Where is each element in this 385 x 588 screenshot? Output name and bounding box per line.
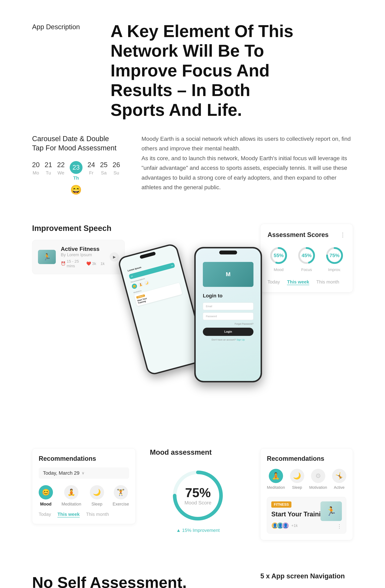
reco-meditation-item[interactable]: 🧘 Meditation: [62, 485, 81, 506]
rr-motivation[interactable]: ⚙ Motivation: [309, 469, 327, 490]
rr-motivation-icon: ⚙: [311, 469, 325, 483]
fitness-card-small: FITNESS Start Your Training 🏃 👤 👤 👤 +1k …: [267, 497, 346, 534]
assessment-header: Assessment Scores ⋮: [268, 231, 346, 239]
reco-left-title: Recommendations: [39, 455, 129, 462]
bottom-widgets-section: Recommendations Today, March 29 ∨ 😊 Mood…: [0, 434, 385, 554]
rr-sleep-icon: 🌙: [290, 469, 304, 483]
fitness-meta: ⏰ 15 - 25 mins ❤️ 3k 1k: [61, 259, 105, 268]
rr-active[interactable]: 🤸 Active: [332, 469, 346, 490]
mood-gauge: 75% Mood Score: [169, 467, 226, 524]
reco-right-icons: 🧘 Meditation 🌙 Sleep ⚙ Motivation 🤸 Acti…: [267, 469, 346, 490]
tab-today[interactable]: Today: [268, 279, 280, 285]
header-left: App Description: [32, 21, 89, 120]
rr-sleep[interactable]: 🌙 Sleep: [290, 469, 304, 490]
carousel-widget: Carousel Date & Double Tap For Mood Asse…: [32, 134, 120, 195]
fitness-name: Active Fitness: [61, 246, 105, 252]
more-options-icon[interactable]: ⋮: [340, 231, 346, 238]
assessment-widget: Assessment Scores ⋮ 55% Mood: [260, 224, 353, 293]
fitness-card: 🏃 Active Fitness By Lorem Ipsum ⏰ 15 - 2…: [32, 240, 125, 274]
dropdown-arrow-icon[interactable]: ∨: [82, 471, 85, 475]
assessment-section: Improvement Speech 🏃 Active Fitness By L…: [0, 213, 385, 434]
improvement-title: Improvement Speech: [32, 224, 125, 233]
score-improv: 75% Improv.: [325, 246, 344, 272]
main-headline: A Key Element Of This Network Will Be To…: [110, 21, 307, 120]
email-field[interactable]: Email: [203, 303, 254, 310]
mood-improvement: ▲ 15% Improvement: [176, 528, 220, 533]
reco-mood-item[interactable]: 😊 Mood: [39, 485, 53, 506]
header-right: A Key Element Of This Network Will Be To…: [110, 21, 353, 120]
heart-icon: ❤️: [86, 261, 91, 266]
cal-day-21[interactable]: 21 Tu: [44, 161, 52, 176]
phone-back: Lorem Ipsum 24••• Recommendations 😊 🧘 🌙 …: [117, 243, 207, 376]
nav-section-title: 5 x App screen Navigation: [252, 572, 353, 580]
carousel-title: Carousel Date & Double Tap For Mood Asse…: [32, 134, 120, 152]
bottom-text: No Self Assessment, But AI Based Analysi…: [32, 572, 216, 588]
reco-right-title: Recommendations: [267, 455, 346, 462]
subtext-section: Carousel Date & Double Tap For Mood Asse…: [0, 134, 385, 213]
fitness-info: Active Fitness By Lorem Ipsum ⏰ 15 - 25 …: [61, 246, 105, 268]
cal-day-22[interactable]: 22 We: [57, 161, 65, 176]
nav-section: 5 x App screen Navigation Discover Exerc…: [252, 572, 353, 588]
signup-link[interactable]: Don't have an account? Sign Up: [203, 338, 254, 341]
forgot-password[interactable]: Forgot Password?: [203, 322, 254, 325]
description-text: Moody Earth is a social network which al…: [142, 134, 353, 195]
exercise-icon-circle: 🏋: [114, 485, 128, 500]
date-text: Today, March 29: [43, 470, 80, 476]
reco-sleep-item[interactable]: 🌙 Sleep: [90, 485, 104, 506]
fitness-badge: FITNESS: [271, 501, 291, 508]
cal-day-26[interactable]: 26 Su: [112, 161, 120, 176]
exercise-label: Exercise: [319, 587, 337, 588]
reco-tab-this-month[interactable]: This month: [86, 512, 109, 517]
login-content: M Login to Email Password Forgot Passwor…: [199, 255, 257, 348]
fitness-more-options-icon[interactable]: ⋮: [337, 523, 342, 529]
bottom-section: No Self Assessment, But AI Based Analysi…: [0, 554, 385, 588]
mood-percent: 75%: [185, 485, 211, 500]
cal-day-25[interactable]: 25 Sa: [100, 161, 107, 176]
login-button[interactable]: Login: [203, 328, 254, 336]
clock-icon: ⏰: [61, 261, 65, 266]
reco-time-tabs: Today This week This month: [39, 512, 129, 517]
score-focus: 45% Focus: [297, 246, 316, 272]
cal-day-23-active[interactable]: 23 Th 😄: [70, 161, 83, 195]
rr-meditation-icon: 🧘: [269, 469, 283, 483]
rr-meditation[interactable]: 🧘 Meditation: [267, 469, 285, 490]
fitness-by: By Lorem Ipsum: [61, 252, 105, 257]
avatar-3: 👤: [282, 522, 289, 529]
reco-tab-today[interactable]: Today: [39, 512, 51, 517]
calendar-row: 20 Mo 21 Tu 22 We 23 Th 😄 24 Fr 25: [32, 161, 120, 195]
tab-this-month[interactable]: This month: [316, 279, 339, 285]
reco-tab-this-week[interactable]: This week: [57, 512, 80, 517]
tab-this-week[interactable]: This week: [287, 279, 309, 285]
fitness-card-meta: 👤 👤 👤 +1k: [271, 522, 342, 529]
phone-mockup-area: Lorem Ipsum 24••• Recommendations 😊 🧘 🌙 …: [139, 224, 246, 420]
fitness-card-image: 🏃: [321, 501, 342, 521]
cal-day-24[interactable]: 24 Fr: [87, 161, 95, 176]
time-meta: ⏰ 15 - 25 mins: [61, 259, 82, 268]
donut-focus: 45%: [297, 246, 316, 265]
password-field[interactable]: Password: [203, 313, 254, 320]
score-row: 55% Mood 45% Focus: [268, 246, 346, 272]
mood-emoji: 😄: [70, 184, 82, 195]
reco-icons-row: 😊 Mood 🧘 Meditation 🌙 Sleep 🏋 Exercise: [39, 485, 129, 506]
reco-right-widget: Recommendations 🧘 Meditation 🌙 Sleep ⚙ M…: [260, 448, 353, 540]
assessment-card: Assessment Scores ⋮ 55% Mood: [260, 224, 353, 293]
views-meta: 1k: [101, 259, 105, 268]
score-mood: 55% Mood: [269, 246, 288, 272]
mood-assessment-widget: Mood assessment 75% Mood Score ▲ 15% Imp…: [150, 448, 246, 533]
login-logo: M: [203, 262, 254, 287]
cal-day-20[interactable]: 20 Mo: [32, 161, 40, 176]
sleep-icon-circle: 🌙: [90, 485, 104, 500]
mood-widget-title: Mood assessment: [150, 448, 212, 456]
discover-label: Discover: [268, 587, 286, 588]
likes-meta: ❤️ 3k: [86, 259, 96, 268]
improvement-widget: Improvement Speech 🏃 Active Fitness By L…: [32, 224, 125, 316]
header-section: App Description A Key Element Of This Ne…: [0, 0, 385, 134]
reco-exercise-item[interactable]: 🏋 Exercise: [113, 485, 129, 506]
donut-mood: 55%: [269, 246, 288, 265]
date-row[interactable]: Today, March 29 ∨: [39, 467, 129, 479]
meditation-icon-circle: 🧘: [64, 485, 78, 500]
time-tabs: Today This week This month: [268, 279, 346, 285]
avatar-count: +1k: [291, 523, 298, 528]
phone-front: M Login to Email Password Forgot Passwor…: [194, 247, 262, 382]
reco-left-widget: Recommendations Today, March 29 ∨ 😊 Mood…: [32, 448, 136, 524]
